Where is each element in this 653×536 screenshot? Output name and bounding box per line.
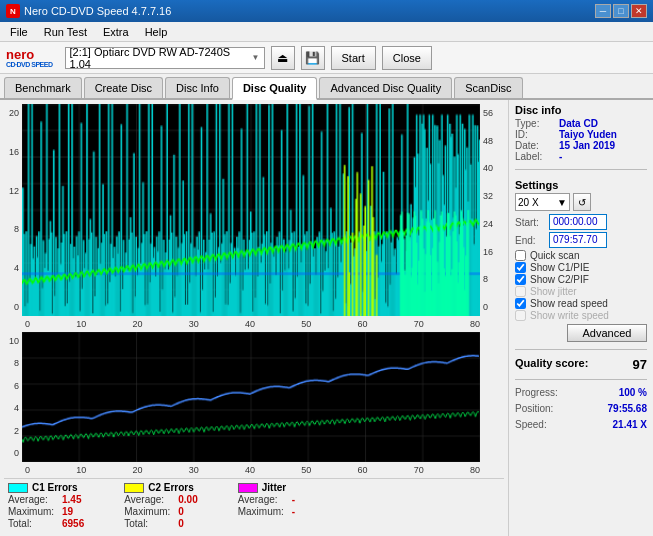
show-read-speed-checkbox[interactable] <box>515 298 526 309</box>
y-label: 8 <box>7 224 19 234</box>
menu-extra[interactable]: Extra <box>97 24 135 40</box>
c2-color-box <box>124 483 144 493</box>
quality-score-value: 97 <box>633 357 647 372</box>
start-input[interactable]: 000:00.00 <box>549 214 607 230</box>
c2-total-value: 0 <box>178 518 184 529</box>
x2-label: 60 <box>357 465 367 475</box>
divider-2 <box>515 349 647 350</box>
tab-benchmark[interactable]: Benchmark <box>4 77 82 98</box>
eject-button[interactable]: ⏏ <box>271 46 295 70</box>
label-label: Label: <box>515 151 555 162</box>
drive-label: [2:1] Optiarc DVD RW AD-7240S 1.04 <box>70 46 252 70</box>
c1-chart <box>22 104 480 316</box>
x2-label: 40 <box>245 465 255 475</box>
speed-label: Speed: <box>515 419 547 430</box>
y-right-label: 56 <box>483 108 501 118</box>
c2-chart <box>22 332 480 462</box>
start-button[interactable]: Start <box>331 46 376 70</box>
show-c1-pie-checkbox[interactable] <box>515 262 526 273</box>
close-window-button[interactable]: ✕ <box>631 4 647 18</box>
c1-max-label: Maximum: <box>8 506 58 517</box>
show-write-speed-label: Show write speed <box>530 310 609 321</box>
menu-file[interactable]: File <box>4 24 34 40</box>
x2-label: 20 <box>132 465 142 475</box>
c2-total-label: Total: <box>124 518 174 529</box>
tab-bar: Benchmark Create Disc Disc Info Disc Qua… <box>0 74 653 100</box>
show-c2-pif-checkbox[interactable] <box>515 274 526 285</box>
tab-disc-info[interactable]: Disc Info <box>165 77 230 98</box>
drive-select[interactable]: [2:1] Optiarc DVD RW AD-7240S 1.04 ▼ <box>65 47 265 69</box>
settings-section: Settings 20 X ▼ ↺ Start: 000:00.00 End: <box>515 179 647 342</box>
x-label: 70 <box>414 319 424 329</box>
show-write-speed-checkbox[interactable] <box>515 310 526 321</box>
right-panel: Disc info Type: Data CD ID: Taiyo Yuden … <box>508 100 653 536</box>
start-label: Start: <box>515 217 545 228</box>
minimize-button[interactable]: ─ <box>595 4 611 18</box>
tab-scan-disc[interactable]: ScanDisc <box>454 77 522 98</box>
speed-value: 21.41 X <box>613 419 647 430</box>
end-input[interactable]: 079:57.70 <box>549 232 607 248</box>
advanced-button[interactable]: Advanced <box>567 324 647 342</box>
y-label: 16 <box>7 147 19 157</box>
jitter-color-box <box>238 483 258 493</box>
c2-max-value: 0 <box>178 506 184 517</box>
maximize-button[interactable]: □ <box>613 4 629 18</box>
progress-label: Progress: <box>515 387 558 398</box>
divider-3 <box>515 379 647 380</box>
x2-label: 30 <box>189 465 199 475</box>
c2-max-label: Maximum: <box>124 506 174 517</box>
nero-logo-bottom: CD·DVD SPEED <box>6 61 53 68</box>
show-read-speed-label: Show read speed <box>530 298 608 309</box>
quality-score-row: Quality score: 97 <box>515 357 647 372</box>
position-row: Position: 79:55.68 <box>515 403 647 414</box>
menu-help[interactable]: Help <box>139 24 174 40</box>
settings-title: Settings <box>515 179 647 191</box>
x-label: 20 <box>132 319 142 329</box>
chart-area: 20 16 12 8 4 0 56 48 40 32 24 16 8 0 <box>0 100 508 536</box>
y2-label: 6 <box>7 381 19 391</box>
x-label: 80 <box>470 319 480 329</box>
y-label-top: 20 <box>7 108 19 118</box>
progress-row: Progress: 100 % <box>515 387 647 398</box>
c2-avg-value: 0.00 <box>178 494 197 505</box>
speed-select[interactable]: 20 X ▼ <box>515 193 570 211</box>
menu-run-test[interactable]: Run Test <box>38 24 93 40</box>
nero-logo: nero CD·DVD SPEED <box>6 48 53 68</box>
c1-total-value: 6956 <box>62 518 84 529</box>
y-right-label: 48 <box>483 136 501 146</box>
x-label: 40 <box>245 319 255 329</box>
show-c2-pif-label: Show C2/PIF <box>530 274 589 285</box>
eject-icon: ⏏ <box>277 51 288 65</box>
refresh-button[interactable]: ↺ <box>573 193 591 211</box>
tab-create-disc[interactable]: Create Disc <box>84 77 163 98</box>
tab-advanced-disc-quality[interactable]: Advanced Disc Quality <box>319 77 452 98</box>
position-label: Position: <box>515 403 553 414</box>
refresh-icon: ↺ <box>578 197 586 208</box>
quality-score-label: Quality score: <box>515 357 588 372</box>
jitter-avg-value: - <box>292 494 295 505</box>
id-label: ID: <box>515 129 555 140</box>
window-title: Nero CD-DVD Speed 4.7.7.16 <box>24 5 171 17</box>
main-content: 20 16 12 8 4 0 56 48 40 32 24 16 8 0 <box>0 100 653 536</box>
c2-legend: C2 Errors Average: 0.00 Maximum: 0 Total… <box>124 482 197 529</box>
close-button[interactable]: Close <box>382 46 432 70</box>
nero-logo-top: nero <box>6 48 53 61</box>
x-label: 10 <box>76 319 86 329</box>
tab-disc-quality[interactable]: Disc Quality <box>232 77 318 100</box>
divider-1 <box>515 169 647 170</box>
quick-scan-checkbox[interactable] <box>515 250 526 261</box>
x2-label: 50 <box>301 465 311 475</box>
title-bar: N Nero CD-DVD Speed 4.7.7.16 ─ □ ✕ <box>0 0 653 22</box>
jitter-avg-label: Average: <box>238 494 288 505</box>
c1-legend: C1 Errors Average: 1.45 Maximum: 19 Tota… <box>8 482 84 529</box>
speed-arrow: ▼ <box>557 197 567 208</box>
show-jitter-checkbox[interactable] <box>515 286 526 297</box>
jitter-label: Jitter <box>262 482 286 493</box>
jitter-max-label: Maximum: <box>238 506 288 517</box>
save-button[interactable]: 💾 <box>301 46 325 70</box>
position-value: 79:55.68 <box>608 403 647 414</box>
disc-info-title: Disc info <box>515 104 647 116</box>
save-icon: 💾 <box>305 51 320 65</box>
menu-bar: File Run Test Extra Help <box>0 22 653 42</box>
y-right-label: 8 <box>483 274 501 284</box>
